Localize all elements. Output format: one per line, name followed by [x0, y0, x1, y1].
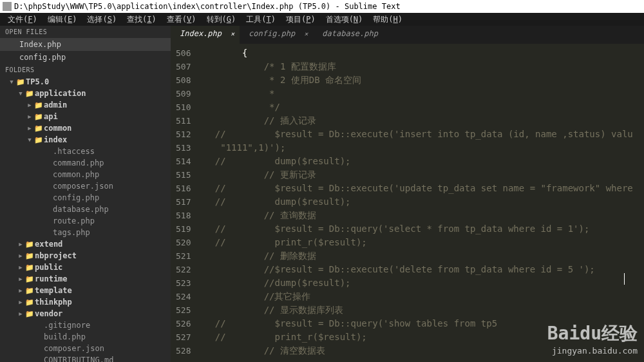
file-node[interactable]: build.php — [5, 331, 171, 343]
file-node[interactable]: command.php — [5, 157, 171, 169]
file-node[interactable]: .htaccess — [5, 146, 171, 157]
tree-label: .htaccess — [53, 147, 95, 156]
file-node[interactable]: common.php — [5, 169, 171, 180]
code-editor[interactable]: 5065075085095105115125135145155165175185… — [171, 44, 644, 362]
folder-icon: 📁 — [24, 263, 35, 272]
disclosure-arrow-icon: ▶ — [17, 310, 24, 317]
menu-item[interactable]: 文件(F) — [3, 13, 43, 26]
tree-label: database.php — [53, 205, 109, 214]
folder-icon: 📁 — [15, 78, 26, 86]
editor-tab[interactable]: database.php — [313, 26, 396, 44]
menu-item[interactable]: 首选项(N) — [321, 13, 368, 26]
text-cursor — [624, 273, 625, 285]
code-lines[interactable]: { /* 1 配置数据库 * 2 使用DB 命名空间 * */ // 插入记录 … — [198, 44, 644, 362]
tree-label: nbproject — [35, 251, 77, 260]
disclosure-arrow-icon: ▶ — [26, 113, 33, 120]
menu-item[interactable]: 转到(G) — [202, 13, 242, 26]
folder-node[interactable]: ▶📁runtime — [5, 273, 171, 285]
folder-icon: 📁 — [33, 101, 44, 110]
tree-label: api — [44, 112, 58, 121]
tab-label: database.php — [322, 29, 378, 38]
folders-header: FOLDERS — [0, 64, 171, 76]
file-node[interactable]: .gitignore — [5, 319, 171, 331]
title-bar: D:\phpStudy\WWW\TP5.0\application\index\… — [0, 0, 644, 13]
tree-label: thinkphp — [35, 298, 72, 307]
editor-tab[interactable]: Index.php× — [171, 26, 240, 44]
open-files-header: OPEN FILES — [0, 26, 171, 38]
tree-label: admin — [44, 100, 67, 110]
folder-icon: 📁 — [33, 113, 44, 121]
folder-icon: 📁 — [24, 252, 35, 260]
open-file[interactable]: config.php — [0, 51, 171, 64]
tree-label: .gitignore — [44, 321, 90, 330]
file-node[interactable]: database.php — [5, 204, 171, 215]
disclosure-arrow-icon: ▶ — [17, 299, 24, 305]
menu-item[interactable]: 帮助(H) — [368, 13, 408, 26]
folder-node[interactable]: ▼📁index — [5, 134, 171, 146]
menu-item[interactable]: 工具(T) — [241, 13, 281, 26]
close-icon[interactable]: × — [304, 30, 308, 37]
line-gutter: 5065075085095105115125135145155165175185… — [171, 44, 198, 362]
folder-node[interactable]: ▶📁extend — [5, 238, 171, 250]
tree-label: tags.php — [53, 228, 90, 237]
tab-label: Index.php — [180, 29, 222, 38]
close-icon[interactable]: × — [231, 30, 234, 37]
window-title: D:\phpStudy\WWW\TP5.0\application\index\… — [14, 2, 401, 11]
disclosure-arrow-icon: ▼ — [8, 79, 15, 85]
menu-item[interactable]: 编辑(E) — [43, 13, 82, 26]
menu-item[interactable]: 查看(V) — [162, 13, 202, 26]
folder-node[interactable]: ▶📁nbproject — [5, 250, 171, 262]
folder-icon: 📁 — [24, 287, 35, 295]
tree-label: composer.json — [53, 182, 113, 191]
tree-label: composer.json — [44, 344, 104, 353]
tree-label: CONTRIBUTING.md — [44, 356, 113, 362]
file-node[interactable]: tags.php — [5, 227, 171, 238]
tree-label: runtime — [35, 274, 68, 283]
disclosure-arrow-icon: ▶ — [17, 276, 24, 282]
tree-label: index — [44, 135, 67, 144]
folder-node[interactable]: ▶📁thinkphp — [5, 296, 171, 308]
disclosure-arrow-icon: ▶ — [17, 252, 24, 259]
tree-label: public — [35, 263, 62, 272]
tree-label: template — [35, 286, 72, 295]
folder-icon: 📁 — [33, 124, 44, 133]
file-node[interactable]: route.php — [5, 215, 171, 227]
folder-node[interactable]: ▶📁api — [5, 111, 171, 122]
folder-node[interactable]: ▶📁vendor — [5, 308, 171, 319]
folder-icon: 📁 — [24, 90, 35, 98]
folder-node[interactable]: ▶📁template — [5, 285, 171, 296]
folder-node[interactable]: ▼📁application — [5, 88, 171, 99]
file-node[interactable]: config.php — [5, 192, 171, 204]
menu-item[interactable]: 选择(S) — [82, 13, 122, 26]
tree-label: common — [44, 124, 71, 133]
tree-label: extend — [35, 240, 62, 249]
editor-tab[interactable]: config.php× — [240, 26, 313, 44]
tree-label: config.php — [53, 193, 99, 202]
tree-label: vendor — [35, 309, 62, 318]
open-file[interactable]: Index.php — [0, 38, 171, 51]
menu-item[interactable]: 查找(I) — [122, 13, 162, 26]
folder-node[interactable]: ▶📁common — [5, 122, 171, 134]
app-icon — [3, 2, 12, 11]
folder-icon: 📁 — [24, 240, 35, 249]
disclosure-arrow-icon: ▼ — [17, 90, 24, 97]
folder-node[interactable]: ▶📁public — [5, 262, 171, 273]
tree-label: common.php — [53, 170, 99, 179]
tree-label: route.php — [53, 216, 95, 225]
file-node[interactable]: composer.json — [5, 343, 171, 354]
menu-bar: 文件(F)编辑(E)选择(S)查找(I)查看(V)转到(G)工具(T)项目(P)… — [0, 13, 644, 26]
folder-icon: 📁 — [24, 275, 35, 283]
disclosure-arrow-icon: ▶ — [17, 264, 24, 271]
disclosure-arrow-icon: ▶ — [26, 125, 33, 131]
disclosure-arrow-icon: ▼ — [26, 137, 33, 143]
folder-node[interactable]: ▶📁admin — [5, 99, 171, 111]
file-node[interactable]: CONTRIBUTING.md — [5, 354, 171, 362]
menu-item[interactable]: 项目(P) — [281, 13, 321, 26]
file-node[interactable]: composer.json — [5, 180, 171, 192]
folder-icon: 📁 — [33, 136, 44, 144]
folder-icon: 📁 — [24, 310, 35, 318]
tree-label: TP5.0 — [26, 77, 49, 86]
folder-node[interactable]: ▼📁TP5.0 — [5, 76, 171, 88]
disclosure-arrow-icon: ▶ — [26, 102, 33, 108]
tree-label: command.php — [53, 158, 104, 167]
